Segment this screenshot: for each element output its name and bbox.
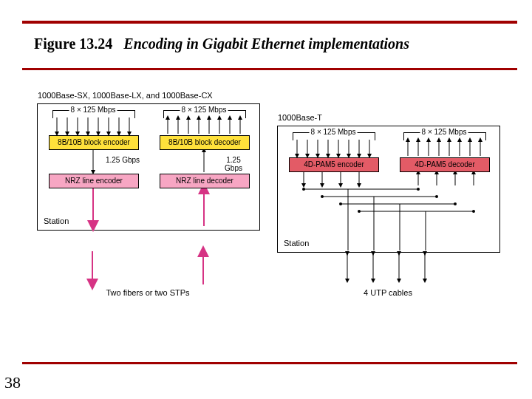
right-arrows bbox=[278, 126, 499, 252]
rule-top bbox=[22, 21, 517, 24]
left-cables-label: Two fibers or two STPs bbox=[106, 288, 189, 297]
figure-caption: Encoding in Gigabit Ethernet implementat… bbox=[123, 35, 409, 52]
station-label-left: Station bbox=[44, 216, 69, 225]
rule-bottom bbox=[22, 362, 517, 364]
block-decoder: 8B/10B block decoder bbox=[160, 135, 250, 150]
pam5-encoder: 4D-PAM5 encoder bbox=[289, 157, 379, 172]
line-decoder: NRZ line decoder bbox=[160, 174, 250, 188]
page-number: 38 bbox=[4, 373, 21, 392]
figure-number: Figure 13.24 bbox=[34, 35, 112, 52]
mid-rate-right: 1.25 Gbps bbox=[221, 156, 247, 172]
figure-title: Figure 13.24 Encoding in Gigabit Etherne… bbox=[34, 35, 409, 52]
mid-rate-left: 1.25 Gbps bbox=[106, 156, 140, 164]
station-label-right: Station bbox=[284, 239, 309, 248]
left-panel: 1000Base-SX, 1000Base-LX, and 1000Base-C… bbox=[37, 103, 260, 231]
pam5-decoder: 4D-PAM5 decoder bbox=[400, 157, 490, 172]
right-panel-title: 1000Base-T bbox=[278, 113, 322, 122]
right-cables-label: 4 UTP cables bbox=[364, 288, 412, 297]
block-encoder: 8B/10B block encoder bbox=[49, 135, 139, 150]
right-panel: 1000Base-T 8 × 125 Mbps 8 × 125 Mbps bbox=[277, 126, 500, 253]
line-encoder: NRZ line encoder bbox=[49, 174, 139, 188]
left-panel-title: 1000Base-SX, 1000Base-LX, and 1000Base-C… bbox=[38, 91, 213, 100]
diagram-stage: 1000Base-SX, 1000Base-LX, and 1000Base-C… bbox=[37, 103, 499, 318]
rule-mid bbox=[22, 68, 517, 70]
